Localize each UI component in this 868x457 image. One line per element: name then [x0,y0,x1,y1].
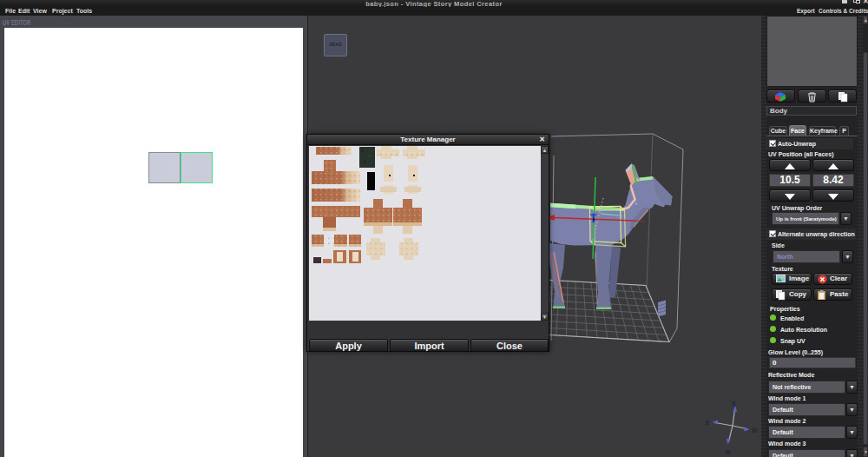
svg-text:N: N [726,449,730,455]
svg-text:S: S [732,401,736,407]
svg-text:W: W [752,427,758,434]
svg-text:Ǝ: Ǝ [705,420,709,426]
